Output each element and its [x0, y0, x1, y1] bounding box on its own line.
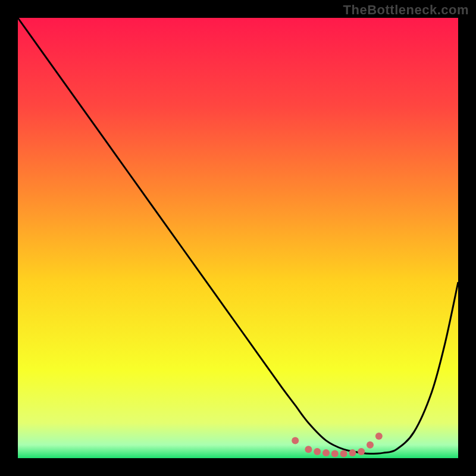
marker-dot: [314, 448, 321, 455]
watermark-label: TheBottleneck.com: [343, 2, 469, 18]
marker-dot: [322, 449, 330, 456]
marker-dot: [305, 446, 312, 453]
marker-dot: [367, 441, 374, 449]
marker-dot: [331, 450, 339, 458]
marker-dot: [340, 450, 347, 458]
plot-svg: [0, 0, 476, 476]
marker-dot: [358, 448, 365, 455]
marker-dot: [375, 433, 383, 440]
plot-gradient-bg: [18, 18, 458, 458]
chart-frame: TheBottleneck.com: [0, 0, 476, 476]
marker-dot: [349, 449, 356, 456]
marker-dot: [292, 437, 299, 444]
